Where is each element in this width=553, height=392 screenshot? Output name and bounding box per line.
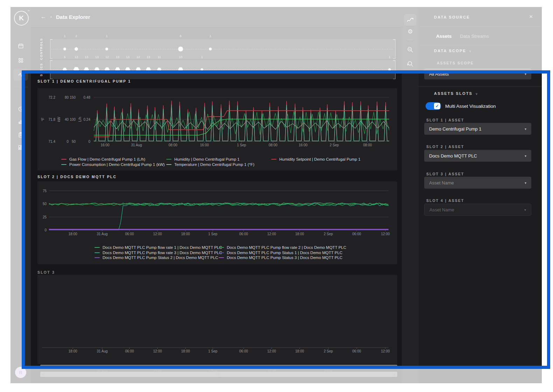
- timeline-marker-count: 1: [198, 55, 206, 59]
- assets-scope-label: ASSETS SCOPE: [437, 61, 474, 65]
- legend-swatch: [219, 247, 224, 248]
- svg-text:12:00: 12:00: [153, 349, 162, 353]
- legend-label: Humidity | Demo Centrifugal Pump 1: [174, 157, 239, 161]
- svg-text:16:00: 16:00: [299, 143, 307, 147]
- slot1-card[interactable]: °F72.271.871.4kW8040015010050L/h0.480.24…: [37, 88, 397, 170]
- timeline-marker-count: 13: [93, 55, 101, 59]
- dropdown-value: Asset Name: [429, 207, 454, 212]
- scroll-right-icon[interactable]: ›: [394, 372, 395, 377]
- svg-text:31 Aug: 31 Aug: [97, 232, 107, 236]
- trend-icon[interactable]: [404, 14, 416, 26]
- legend-item[interactable]: Docs Demo MQTT PLC Pump Status 3 | Docs …: [219, 255, 342, 260]
- sidebar-item-clipboard-icon[interactable]: [13, 129, 28, 141]
- svg-text:06:00: 06:00: [352, 349, 361, 353]
- brand-logo[interactable]: K: [14, 11, 29, 26]
- svg-text:31 Aug: 31 Aug: [131, 143, 142, 147]
- slot-asset-dropdown[interactable]: Demo Centrifugal Pump 1▾: [424, 123, 531, 135]
- timeline-marker[interactable]: [178, 47, 183, 51]
- legend-label: Power Consumption | Demo Centrifugal Pum…: [69, 162, 165, 167]
- svg-text:18:00: 18:00: [181, 232, 190, 236]
- assets-scope-dropdown[interactable]: All Assets▾: [424, 68, 531, 79]
- legend-item[interactable]: Humidity Setpoint | Demo Centrifugal Pum…: [271, 157, 360, 161]
- caret-down-icon: ▾: [525, 154, 526, 158]
- dropdown-value: Demo Centrifugal Pump 1: [429, 126, 482, 132]
- legend-item[interactable]: Docs Demo MQTT PLC Pump Status 1 | Docs …: [219, 251, 342, 255]
- slot-asset-dropdown[interactable]: Docs Demo MQTT PLC▾: [424, 150, 531, 162]
- legend-swatch: [61, 164, 66, 165]
- legend-item[interactable]: Docs Demo MQTT PLC Pump flow rate 2 | Do…: [219, 245, 346, 250]
- multi-asset-toggle[interactable]: ✓: [426, 102, 441, 110]
- svg-text:18:00: 18:00: [68, 349, 77, 353]
- data-source-panel: DATA SOURCE × Assets Data Streams DATA S…: [419, 7, 542, 383]
- sidebar-item-tiles-icon[interactable]: [13, 141, 28, 153]
- scroll-track-sliver[interactable]: [40, 365, 397, 368]
- legend-item[interactable]: Docs Demo MQTT PLC Pump Status 2 | Docs …: [94, 255, 218, 260]
- toolbar-divider: [407, 39, 414, 40]
- timeline-marker-count: 13: [124, 55, 132, 59]
- user-avatar[interactable]: R: [15, 367, 26, 378]
- legend-item[interactable]: Temperature | Demo Centrifugal Pump 1 (°…: [166, 162, 254, 167]
- timeline-marker-count: 1: [206, 34, 215, 38]
- close-icon[interactable]: ×: [529, 13, 533, 20]
- gear-icon[interactable]: ⚙: [404, 26, 416, 37]
- tab-data-streams[interactable]: Data Streams: [460, 34, 489, 39]
- timeline-dash-line: [51, 70, 393, 70]
- zoom-reset-icon[interactable]: [404, 58, 416, 69]
- sidebar-item-apps-icon[interactable]: [13, 54, 28, 66]
- data-scope-header[interactable]: DATA SCOPE∨: [434, 49, 472, 53]
- sidebar-item-pulse-icon[interactable]: [13, 69, 28, 80]
- slot1-title: SLOT 1 | DEMO CENTRIFUGAL PUMP 1: [37, 79, 131, 83]
- timeline-dash-line: [51, 49, 393, 49]
- back-arrow-icon[interactable]: ←: [41, 14, 46, 20]
- svg-text:18:00: 18:00: [68, 232, 77, 236]
- slot3-plot[interactable]: 18:0031 Aug06:0012:0018:001 Sep06:0012:0…: [37, 275, 397, 364]
- caret-down-icon: ▾: [525, 127, 526, 131]
- left-sidebar: K ™ R: [10, 7, 31, 383]
- legend-item[interactable]: Humidity | Demo Centrifugal Pump 1: [166, 157, 239, 161]
- slot-field-label: SLOT 4 | ASSET: [426, 198, 464, 203]
- horizontal-scrollbar[interactable]: ‹ ||| ›: [40, 372, 397, 377]
- trademark-mark: ™: [27, 10, 30, 12]
- dropdown-value: Docs Demo MQTT PLC: [429, 153, 477, 159]
- timeline-marker-count: 12: [103, 55, 111, 59]
- tab-assets[interactable]: Assets: [436, 34, 451, 39]
- svg-text:°F: °F: [41, 118, 45, 121]
- timeline-marker[interactable]: [105, 48, 108, 50]
- zoom-out-icon[interactable]: [404, 44, 416, 55]
- timeline-marker[interactable]: [209, 48, 212, 50]
- svg-text:kW: kW: [57, 117, 61, 122]
- svg-text:08:00: 08:00: [168, 143, 177, 147]
- svg-text:18:00: 18:00: [295, 349, 304, 353]
- svg-text:0: 0: [44, 228, 47, 232]
- legend-swatch: [271, 159, 276, 160]
- legend-item[interactable]: Power Consumption | Demo Centrifugal Pum…: [61, 162, 165, 167]
- slot-field-label: SLOT 3 | ASSET: [426, 172, 464, 176]
- slot2-card[interactable]: 755025018:0031 Aug06:0012:0018:001 Sep06…: [37, 181, 397, 264]
- timeline-marker[interactable]: [75, 47, 78, 51]
- legend-item[interactable]: Docs Demo MQTT PLC Pump flow rate 1 | Do…: [94, 245, 222, 250]
- caret-down-icon: ▾: [524, 208, 526, 212]
- svg-text:06:00: 06:00: [239, 349, 248, 353]
- sidebar-item-calendar-icon[interactable]: [13, 40, 28, 52]
- svg-text:12:00: 12:00: [267, 232, 276, 236]
- multi-asset-toggle-label: Multi Asset Visualization: [445, 104, 496, 109]
- svg-text:18:00: 18:00: [181, 349, 190, 353]
- scroll-left-icon[interactable]: ‹: [42, 372, 44, 377]
- timeline-marker-count: 1: [385, 55, 394, 59]
- legend-label: Docs Demo MQTT PLC Pump flow rate 2 | Do…: [227, 245, 346, 250]
- timeline-marker[interactable]: [63, 48, 66, 50]
- timeline-marker-count: 13: [113, 55, 122, 59]
- panel-divider: [419, 45, 542, 45]
- legend-item[interactable]: Gas Flow | Demo Centrifugal Pump 1 (L/h): [61, 157, 145, 161]
- assets-slots-header[interactable]: ASSETS SLOTS∨: [434, 91, 478, 96]
- svg-text:16:00: 16:00: [100, 143, 109, 147]
- slot3-card[interactable]: 18:0031 Aug06:0012:0018:001 Sep06:0012:0…: [37, 275, 397, 364]
- legend-item[interactable]: Docs Demo MQTT PLC Pump flow rate 3 | Do…: [94, 251, 222, 255]
- sidebar-item-history-icon[interactable]: [13, 103, 28, 115]
- legend-swatch: [166, 159, 172, 160]
- scrollbar-grip[interactable]: |||: [217, 373, 220, 376]
- legend-swatch: [219, 252, 224, 253]
- legend-swatch: [94, 252, 100, 253]
- sidebar-item-bars-icon[interactable]: [13, 116, 28, 128]
- slot-asset-dropdown[interactable]: Asset Name▾: [424, 177, 531, 189]
